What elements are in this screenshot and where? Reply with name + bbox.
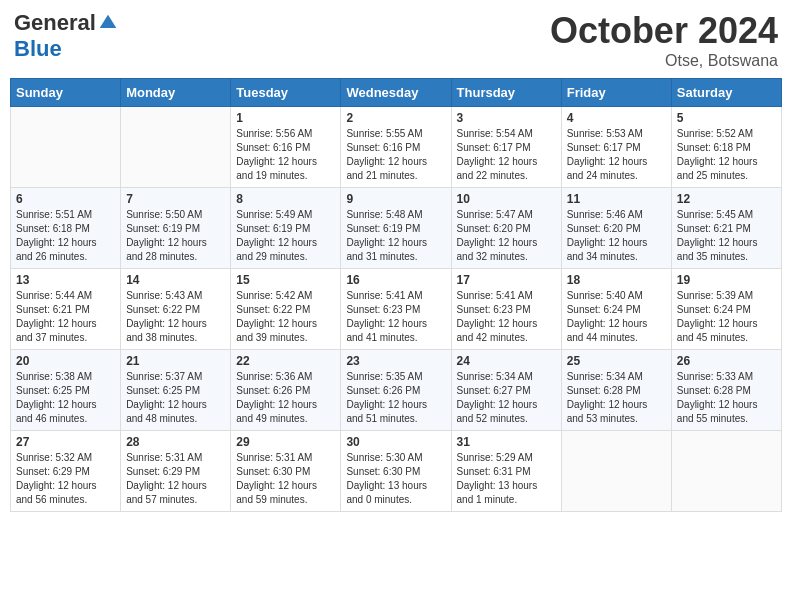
day-number: 21 [126, 354, 225, 368]
day-info: Sunrise: 5:41 AM Sunset: 6:23 PM Dayligh… [457, 289, 556, 345]
calendar-cell: 10Sunrise: 5:47 AM Sunset: 6:20 PM Dayli… [451, 188, 561, 269]
day-number: 26 [677, 354, 776, 368]
day-number: 24 [457, 354, 556, 368]
column-header-tuesday: Tuesday [231, 79, 341, 107]
day-number: 14 [126, 273, 225, 287]
day-number: 25 [567, 354, 666, 368]
calendar-cell: 29Sunrise: 5:31 AM Sunset: 6:30 PM Dayli… [231, 431, 341, 512]
day-info: Sunrise: 5:41 AM Sunset: 6:23 PM Dayligh… [346, 289, 445, 345]
day-info: Sunrise: 5:51 AM Sunset: 6:18 PM Dayligh… [16, 208, 115, 264]
page-header: General Blue October 2024 Otse, Botswana [10, 10, 782, 70]
calendar-cell: 23Sunrise: 5:35 AM Sunset: 6:26 PM Dayli… [341, 350, 451, 431]
day-info: Sunrise: 5:35 AM Sunset: 6:26 PM Dayligh… [346, 370, 445, 426]
calendar-cell: 2Sunrise: 5:55 AM Sunset: 6:16 PM Daylig… [341, 107, 451, 188]
column-header-wednesday: Wednesday [341, 79, 451, 107]
calendar-cell: 16Sunrise: 5:41 AM Sunset: 6:23 PM Dayli… [341, 269, 451, 350]
logo-blue-text: Blue [14, 36, 62, 62]
calendar-cell: 24Sunrise: 5:34 AM Sunset: 6:27 PM Dayli… [451, 350, 561, 431]
day-info: Sunrise: 5:37 AM Sunset: 6:25 PM Dayligh… [126, 370, 225, 426]
calendar-cell: 21Sunrise: 5:37 AM Sunset: 6:25 PM Dayli… [121, 350, 231, 431]
week-row-0: 1Sunrise: 5:56 AM Sunset: 6:16 PM Daylig… [11, 107, 782, 188]
calendar-cell [121, 107, 231, 188]
calendar-cell: 22Sunrise: 5:36 AM Sunset: 6:26 PM Dayli… [231, 350, 341, 431]
svg-marker-0 [100, 15, 117, 28]
day-info: Sunrise: 5:29 AM Sunset: 6:31 PM Dayligh… [457, 451, 556, 507]
day-number: 10 [457, 192, 556, 206]
day-info: Sunrise: 5:40 AM Sunset: 6:24 PM Dayligh… [567, 289, 666, 345]
calendar-cell: 4Sunrise: 5:53 AM Sunset: 6:17 PM Daylig… [561, 107, 671, 188]
day-info: Sunrise: 5:34 AM Sunset: 6:28 PM Dayligh… [567, 370, 666, 426]
day-info: Sunrise: 5:31 AM Sunset: 6:30 PM Dayligh… [236, 451, 335, 507]
day-number: 2 [346, 111, 445, 125]
day-number: 7 [126, 192, 225, 206]
day-number: 3 [457, 111, 556, 125]
day-number: 8 [236, 192, 335, 206]
day-number: 27 [16, 435, 115, 449]
day-info: Sunrise: 5:48 AM Sunset: 6:19 PM Dayligh… [346, 208, 445, 264]
day-info: Sunrise: 5:49 AM Sunset: 6:19 PM Dayligh… [236, 208, 335, 264]
day-number: 4 [567, 111, 666, 125]
day-info: Sunrise: 5:32 AM Sunset: 6:29 PM Dayligh… [16, 451, 115, 507]
day-info: Sunrise: 5:39 AM Sunset: 6:24 PM Dayligh… [677, 289, 776, 345]
week-row-4: 27Sunrise: 5:32 AM Sunset: 6:29 PM Dayli… [11, 431, 782, 512]
day-info: Sunrise: 5:34 AM Sunset: 6:27 PM Dayligh… [457, 370, 556, 426]
day-number: 5 [677, 111, 776, 125]
calendar-cell: 15Sunrise: 5:42 AM Sunset: 6:22 PM Dayli… [231, 269, 341, 350]
day-info: Sunrise: 5:50 AM Sunset: 6:19 PM Dayligh… [126, 208, 225, 264]
day-number: 1 [236, 111, 335, 125]
calendar-cell: 8Sunrise: 5:49 AM Sunset: 6:19 PM Daylig… [231, 188, 341, 269]
logo-general-text: General [14, 10, 96, 36]
day-number: 22 [236, 354, 335, 368]
calendar-cell: 30Sunrise: 5:30 AM Sunset: 6:30 PM Dayli… [341, 431, 451, 512]
day-number: 13 [16, 273, 115, 287]
day-info: Sunrise: 5:36 AM Sunset: 6:26 PM Dayligh… [236, 370, 335, 426]
calendar-cell [671, 431, 781, 512]
day-info: Sunrise: 5:55 AM Sunset: 6:16 PM Dayligh… [346, 127, 445, 183]
calendar-cell: 1Sunrise: 5:56 AM Sunset: 6:16 PM Daylig… [231, 107, 341, 188]
day-info: Sunrise: 5:46 AM Sunset: 6:20 PM Dayligh… [567, 208, 666, 264]
week-row-1: 6Sunrise: 5:51 AM Sunset: 6:18 PM Daylig… [11, 188, 782, 269]
day-number: 17 [457, 273, 556, 287]
column-header-saturday: Saturday [671, 79, 781, 107]
day-info: Sunrise: 5:43 AM Sunset: 6:22 PM Dayligh… [126, 289, 225, 345]
calendar-cell: 31Sunrise: 5:29 AM Sunset: 6:31 PM Dayli… [451, 431, 561, 512]
calendar-cell: 6Sunrise: 5:51 AM Sunset: 6:18 PM Daylig… [11, 188, 121, 269]
calendar-cell: 5Sunrise: 5:52 AM Sunset: 6:18 PM Daylig… [671, 107, 781, 188]
day-info: Sunrise: 5:33 AM Sunset: 6:28 PM Dayligh… [677, 370, 776, 426]
calendar-cell: 25Sunrise: 5:34 AM Sunset: 6:28 PM Dayli… [561, 350, 671, 431]
day-info: Sunrise: 5:53 AM Sunset: 6:17 PM Dayligh… [567, 127, 666, 183]
calendar-cell: 28Sunrise: 5:31 AM Sunset: 6:29 PM Dayli… [121, 431, 231, 512]
day-number: 20 [16, 354, 115, 368]
day-number: 11 [567, 192, 666, 206]
calendar-header-row: SundayMondayTuesdayWednesdayThursdayFrid… [11, 79, 782, 107]
logo: General Blue [14, 10, 118, 62]
calendar-cell [11, 107, 121, 188]
day-number: 23 [346, 354, 445, 368]
logo-icon [98, 13, 118, 33]
title-section: October 2024 Otse, Botswana [550, 10, 778, 70]
day-info: Sunrise: 5:45 AM Sunset: 6:21 PM Dayligh… [677, 208, 776, 264]
calendar-cell: 14Sunrise: 5:43 AM Sunset: 6:22 PM Dayli… [121, 269, 231, 350]
column-header-thursday: Thursday [451, 79, 561, 107]
column-header-sunday: Sunday [11, 79, 121, 107]
calendar-table: SundayMondayTuesdayWednesdayThursdayFrid… [10, 78, 782, 512]
calendar-cell: 20Sunrise: 5:38 AM Sunset: 6:25 PM Dayli… [11, 350, 121, 431]
week-row-2: 13Sunrise: 5:44 AM Sunset: 6:21 PM Dayli… [11, 269, 782, 350]
calendar-cell: 19Sunrise: 5:39 AM Sunset: 6:24 PM Dayli… [671, 269, 781, 350]
calendar-cell: 3Sunrise: 5:54 AM Sunset: 6:17 PM Daylig… [451, 107, 561, 188]
calendar-cell: 26Sunrise: 5:33 AM Sunset: 6:28 PM Dayli… [671, 350, 781, 431]
day-info: Sunrise: 5:31 AM Sunset: 6:29 PM Dayligh… [126, 451, 225, 507]
calendar-cell: 7Sunrise: 5:50 AM Sunset: 6:19 PM Daylig… [121, 188, 231, 269]
week-row-3: 20Sunrise: 5:38 AM Sunset: 6:25 PM Dayli… [11, 350, 782, 431]
day-info: Sunrise: 5:54 AM Sunset: 6:17 PM Dayligh… [457, 127, 556, 183]
calendar-cell: 11Sunrise: 5:46 AM Sunset: 6:20 PM Dayli… [561, 188, 671, 269]
day-info: Sunrise: 5:52 AM Sunset: 6:18 PM Dayligh… [677, 127, 776, 183]
calendar-cell: 17Sunrise: 5:41 AM Sunset: 6:23 PM Dayli… [451, 269, 561, 350]
day-number: 28 [126, 435, 225, 449]
day-number: 31 [457, 435, 556, 449]
day-number: 18 [567, 273, 666, 287]
day-number: 19 [677, 273, 776, 287]
day-number: 15 [236, 273, 335, 287]
day-info: Sunrise: 5:44 AM Sunset: 6:21 PM Dayligh… [16, 289, 115, 345]
calendar-cell: 13Sunrise: 5:44 AM Sunset: 6:21 PM Dayli… [11, 269, 121, 350]
